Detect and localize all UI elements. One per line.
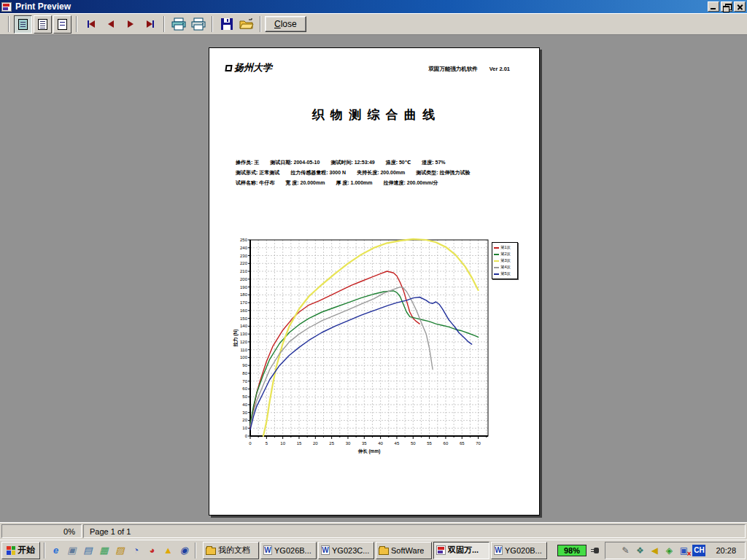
network-icon[interactable]: ◈ <box>663 545 675 556</box>
realplayer-icon[interactable]: ◕ <box>145 543 159 557</box>
svg-text:30: 30 <box>242 411 247 415</box>
whole-page-view-button[interactable] <box>14 15 32 34</box>
svg-text:40: 40 <box>378 441 383 446</box>
svg-text:20: 20 <box>242 418 247 422</box>
status-zoom: 0% <box>1 524 82 538</box>
internet-explorer-icon[interactable]: e <box>49 543 63 557</box>
volume-icon[interactable]: ◀ <box>649 545 660 556</box>
quick-launch-bar: e▣▤▦▨◔◕▲◉ <box>49 543 191 557</box>
zoom-view-button[interactable] <box>53 15 71 34</box>
svg-text:25: 25 <box>329 441 334 446</box>
svg-text:170: 170 <box>240 300 248 305</box>
restore-button[interactable] <box>721 1 732 12</box>
svg-text:220: 220 <box>240 261 248 265</box>
svg-text:210: 210 <box>240 269 248 273</box>
word-icon: W <box>321 545 330 555</box>
report-title: 织 物 测 综 合 曲 线 <box>209 106 539 123</box>
taskbar-task-button[interactable]: WYG020B... <box>491 542 547 559</box>
svg-text:45: 45 <box>395 441 400 446</box>
power-plug-icon[interactable] <box>590 545 600 556</box>
param-item: 测试时间: 12:53:49 <box>330 158 374 168</box>
report-header-right: 双固万能强力机软件 Ver 2.01 <box>428 66 510 73</box>
previous-page-icon <box>108 20 114 28</box>
legend-series-name: 第3次 <box>500 258 511 263</box>
scanner-icon[interactable]: ❖ <box>634 545 646 556</box>
legend-color-dash <box>494 254 499 255</box>
preview-workspace: 扬州大学 双固万能强力机软件 Ver 2.01 织 物 测 综 合 曲 线 操作… <box>0 35 747 522</box>
param-item: 测试形式: 正常测试 <box>236 168 279 178</box>
titlebar: Print Preview <box>0 0 747 13</box>
svg-text:50: 50 <box>411 441 416 446</box>
paint-icon[interactable]: ▨ <box>113 543 127 557</box>
param-item: 拉伸速度: 200.00mm/分 <box>384 178 438 188</box>
university-name: 扬州大学 <box>234 61 272 74</box>
svg-text:200: 200 <box>240 277 248 281</box>
close-window-button[interactable] <box>734 1 746 12</box>
battery-indicator[interactable]: 98% <box>557 545 587 556</box>
minimize-button[interactable] <box>708 1 719 12</box>
page-width-icon <box>38 19 47 30</box>
chart-legend: 第1次第2次第3次第4次第5次 <box>492 242 518 279</box>
winamp-icon[interactable]: ▲ <box>161 543 175 557</box>
separator <box>195 542 196 559</box>
svg-text:60: 60 <box>242 386 247 391</box>
svg-text:250: 250 <box>240 238 248 242</box>
taskbar-task-button[interactable]: 我的文档 <box>203 542 259 559</box>
svg-text:70: 70 <box>242 379 247 384</box>
system-tray: ✎❖◀◈▣×CH20:28 <box>605 542 746 559</box>
taskbar-task-button[interactable]: SoftWare <box>376 542 432 559</box>
folder-icon <box>379 548 389 555</box>
open-folder-icon <box>239 18 254 31</box>
legend-color-dash <box>494 260 499 262</box>
legend-entry: 第5次 <box>494 271 516 277</box>
legend-series-name: 第1次 <box>500 245 511 250</box>
svg-text:80: 80 <box>242 371 247 376</box>
svg-text:65: 65 <box>460 441 465 446</box>
legend-entry: 第1次 <box>494 244 516 251</box>
image-viewer-icon[interactable]: ▦ <box>97 543 111 557</box>
media-player-icon[interactable]: ◉ <box>177 543 191 557</box>
legend-series-name: 第4次 <box>500 265 511 270</box>
legend-entry: 第2次 <box>494 251 516 257</box>
separator <box>44 542 45 559</box>
taskbar-task-button[interactable]: 双固万... <box>433 542 489 559</box>
notepad-icon[interactable]: ▤ <box>81 543 95 557</box>
start-label: 开始 <box>18 544 35 556</box>
param-row-1: 操作员: 王测试日期: 2004-05-10测试时间: 12:53:49温度: … <box>236 158 522 168</box>
param-item: 拉力传感器量程: 3000 N <box>290 168 346 178</box>
display-error-icon[interactable]: ▣× <box>678 545 689 556</box>
next-page-button[interactable] <box>121 15 139 34</box>
software-name: 双固万能强力机软件 <box>428 66 478 73</box>
svg-text:15: 15 <box>297 441 302 446</box>
param-item: 测试类型: 拉伸强力试验 <box>416 168 470 178</box>
save-icon <box>220 18 233 31</box>
taskbar-task-button[interactable]: WYG023C... <box>318 542 374 559</box>
taskbar-task-button[interactable]: WYG026B... <box>260 542 317 559</box>
param-item: 温度: 50℃ <box>386 158 411 168</box>
start-button[interactable]: 开始 <box>1 542 40 559</box>
first-page-button[interactable] <box>82 15 100 34</box>
legend-series-name: 第2次 <box>500 252 511 257</box>
svg-text:40: 40 <box>242 402 247 407</box>
report-header-left: 扬州大学 <box>225 61 272 74</box>
svg-text:30: 30 <box>346 441 351 446</box>
last-page-button[interactable] <box>141 15 159 34</box>
page-width-view-button[interactable] <box>34 15 52 34</box>
task-label: YG026B... <box>274 546 311 555</box>
param-item: 湿度: 57% <box>422 158 445 168</box>
language-indicator[interactable]: CH <box>692 545 705 556</box>
test-parameters: 操作员: 王测试日期: 2004-05-10测试时间: 12:53:49温度: … <box>236 158 522 188</box>
quicktime-icon[interactable]: ◔ <box>129 543 143 557</box>
open-button[interactable] <box>237 15 255 34</box>
param-item: 测试日期: 2004-05-10 <box>270 158 320 168</box>
graphics-tablet-icon[interactable]: ✎ <box>619 545 631 556</box>
show-desktop-icon[interactable]: ▣ <box>65 543 79 557</box>
svg-text:10: 10 <box>280 441 285 446</box>
print-button[interactable] <box>189 15 207 34</box>
print-setup-button[interactable] <box>169 15 187 34</box>
save-button[interactable] <box>217 15 236 34</box>
svg-text:拉力 (N): 拉力 (N) <box>233 330 239 348</box>
previous-page-button[interactable] <box>101 15 120 34</box>
svg-text:20: 20 <box>313 441 318 446</box>
close-button[interactable]: Close <box>265 16 306 32</box>
